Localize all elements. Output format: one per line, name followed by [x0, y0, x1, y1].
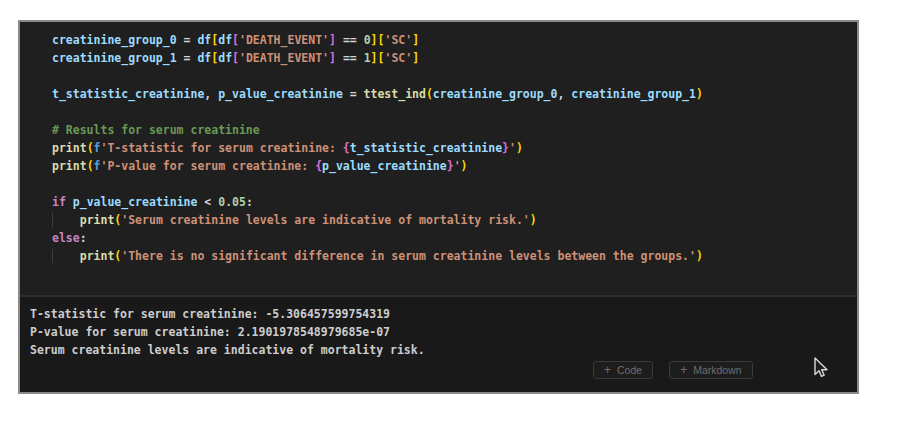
code-line: else:: [52, 229, 857, 247]
output-line: P-value for serum creatinine: 2.19019785…: [30, 323, 857, 341]
code-line: creatinine_group_1 = df[df['DEATH_EVENT'…: [52, 49, 857, 67]
plus-icon: +: [680, 364, 687, 376]
add-code-label: Code: [617, 364, 642, 376]
code-line: # Results for serum creatinine: [52, 121, 857, 139]
cell-insert-toolbar: + Code + Markdown: [593, 361, 753, 379]
code-line: creatinine_group_0 = df[df['DEATH_EVENT'…: [52, 31, 857, 49]
code-line: t_statistic_creatinine, p_value_creatini…: [52, 85, 857, 103]
code-line: [52, 67, 857, 85]
page-background: creatinine_group_0 = df[df['DEATH_EVENT'…: [0, 0, 909, 429]
plus-icon: +: [604, 364, 611, 376]
code-lines: creatinine_group_0 = df[df['DEATH_EVENT'…: [52, 31, 857, 265]
mouse-cursor-icon: [810, 356, 832, 380]
output-line: Serum creatinine levels are indicative o…: [30, 341, 857, 359]
notebook-panel: creatinine_group_0 = df[df['DEATH_EVENT'…: [18, 20, 859, 394]
code-line: print('Serum creatinine levels are indic…: [52, 211, 857, 229]
output-line: T-statistic for serum creatinine: -5.306…: [30, 305, 857, 323]
code-line: print(f'P-value for serum creatinine: {p…: [52, 157, 857, 175]
add-markdown-label: Markdown: [693, 364, 741, 376]
code-editor[interactable]: creatinine_group_0 = df[df['DEATH_EVENT'…: [20, 22, 857, 295]
add-markdown-button[interactable]: + Markdown: [669, 361, 752, 379]
code-line: [52, 103, 857, 121]
code-line: print(f'T-statistic for serum creatinine…: [52, 139, 857, 157]
code-line: if p_value_creatinine < 0.05:: [52, 193, 857, 211]
code-line: [52, 175, 857, 193]
output-lines: T-statistic for serum creatinine: -5.306…: [30, 305, 857, 359]
code-line: print('There is no significant differenc…: [52, 247, 857, 265]
add-code-button[interactable]: + Code: [593, 361, 653, 379]
cell-output-area: T-statistic for serum creatinine: -5.306…: [20, 297, 857, 392]
